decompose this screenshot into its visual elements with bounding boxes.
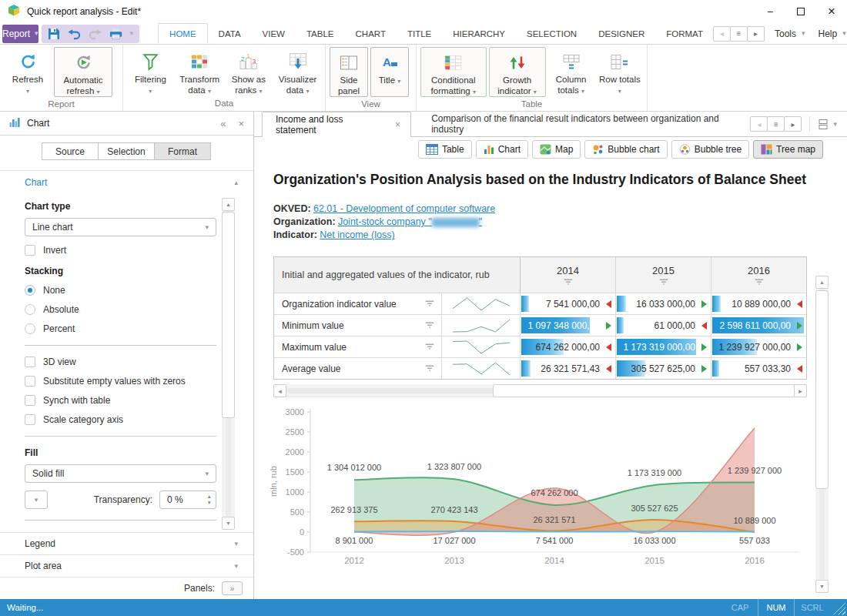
scale-category-axis-checkbox[interactable]: Scale category axis xyxy=(25,414,216,425)
doc-tab-income-and-loss[interactable]: Income and loss statement × xyxy=(262,112,411,137)
transparency-stepper[interactable]: 0 % ▲▼ xyxy=(159,490,216,509)
filter-icon[interactable] xyxy=(425,322,434,329)
svg-text:10 889 000: 10 889 000 xyxy=(733,516,775,525)
show-as-ranks-button[interactable]: 213 Show as ranks ▾ xyxy=(226,47,273,96)
section-header-legend[interactable]: Legend▾ xyxy=(0,532,253,554)
panel-tab-format[interactable]: Format xyxy=(154,142,211,160)
doc-tab-comparison[interactable]: Comparison of the financial result indic… xyxy=(411,112,751,136)
growth-indicator-button[interactable]: Growth indicator ▾ xyxy=(489,47,546,97)
tab-chart[interactable]: CHART xyxy=(345,23,397,44)
tab-title[interactable]: TITLE xyxy=(397,23,442,44)
automatic-refresh-button[interactable]: Automatic refresh ▾ xyxy=(54,47,112,97)
3d-view-checkbox[interactable]: 3D view xyxy=(25,357,216,367)
tools-menu[interactable]: Tools▾ xyxy=(772,28,808,39)
table-header-2015[interactable]: 2015 xyxy=(616,257,711,293)
conditional-formatting-button[interactable]: Conditional formatting ▾ xyxy=(420,47,487,97)
organization-link[interactable]: Joint-stock company "██████████" xyxy=(338,216,482,227)
close-panel-icon[interactable]: × xyxy=(238,118,244,129)
synch-with-table-checkbox[interactable]: Synch with table xyxy=(25,395,216,406)
tab-home[interactable]: HOME xyxy=(158,23,208,44)
section-header-plot-area[interactable]: Plot area▾ xyxy=(0,554,253,577)
tab-nav-right-button[interactable]: ▸ xyxy=(784,116,802,132)
tab-designer[interactable]: DESIGNER xyxy=(588,23,655,44)
scroll-down-button[interactable]: ▼ xyxy=(222,517,235,530)
column-totals-button[interactable]: Column totals ▾ xyxy=(548,47,594,97)
scroll-down-button[interactable]: ▼ xyxy=(815,580,829,593)
refresh-button[interactable]: Refresh▾ xyxy=(4,47,52,97)
document-scrollbar[interactable]: ▲ ▼ xyxy=(815,276,829,593)
table-header-2016[interactable]: 2016 xyxy=(711,257,806,293)
nav-menu-button[interactable]: ≡ xyxy=(730,26,748,42)
scrollbar-thumb[interactable] xyxy=(222,212,235,418)
panel-tab-selection[interactable]: Selection xyxy=(98,142,155,160)
scroll-right-button[interactable]: ▸ xyxy=(794,384,807,397)
print-button[interactable] xyxy=(109,28,122,40)
split-layout-button[interactable]: ▾ xyxy=(818,119,837,130)
report-menu-button[interactable]: Report ▾ xyxy=(2,25,38,43)
tab-table[interactable]: TABLE xyxy=(296,23,345,44)
cell-value: 16 033 000,00 xyxy=(636,299,695,310)
nav-left-button[interactable]: ◂ xyxy=(713,26,731,42)
maximize-button[interactable] xyxy=(785,0,816,23)
tab-view[interactable]: VIEW xyxy=(252,23,296,44)
transform-data-button[interactable]: Transform data ▾ xyxy=(176,47,223,96)
fill-color-dropdown[interactable]: ▾ xyxy=(25,490,48,509)
close-button[interactable]: × xyxy=(816,0,847,23)
side-panel-button[interactable]: Side panel xyxy=(330,47,368,97)
automatic-refresh-icon xyxy=(73,51,94,74)
filter-icon[interactable] xyxy=(425,300,434,307)
tab-nav-left-button[interactable]: ◂ xyxy=(750,116,768,132)
invert-checkbox[interactable]: Invert xyxy=(25,245,216,256)
fill-select[interactable]: Solid fill ▾ xyxy=(25,464,216,483)
title-button[interactable]: A Title ▾ xyxy=(370,47,409,97)
indicator-link[interactable]: Net income (loss) xyxy=(320,229,394,240)
scrollbar-thumb[interactable] xyxy=(493,384,802,397)
minimize-button[interactable]: − xyxy=(755,0,785,23)
stacking-percent-radio[interactable]: Percent xyxy=(25,323,216,334)
section-header-chart[interactable]: Chart ▴ xyxy=(0,170,253,194)
collapse-panel-icon[interactable]: « xyxy=(220,118,226,129)
horizontal-scrollbar[interactable]: ◂ ▸ xyxy=(273,384,807,397)
filtering-button[interactable]: Filtering▾ xyxy=(127,47,174,96)
nav-right-button[interactable]: ▸ xyxy=(747,26,765,42)
chart-type-select[interactable]: Line chart ▾ xyxy=(25,218,216,236)
stacking-none-radio[interactable]: None xyxy=(25,285,216,296)
tab-selection[interactable]: SELECTION xyxy=(516,23,588,44)
save-button[interactable] xyxy=(48,28,60,40)
spin-up-icon[interactable]: ▲ xyxy=(207,494,212,500)
radio-icon xyxy=(25,304,35,315)
scroll-up-button[interactable]: ▲ xyxy=(222,198,235,211)
panels-expand-button[interactable]: » xyxy=(222,581,243,595)
table-header-2014[interactable]: 2014 xyxy=(521,257,616,293)
tab-format[interactable]: FORMAT xyxy=(655,23,714,44)
print-dropdown-icon[interactable]: ▾ xyxy=(130,30,134,37)
view-tree-map-button[interactable]: Tree map xyxy=(753,140,823,159)
help-menu[interactable]: Help▾ xyxy=(815,28,847,39)
tab-nav-menu-button[interactable]: ≡ xyxy=(767,116,785,132)
okved-link[interactable]: 62.01 - Development of computer software xyxy=(313,203,495,214)
stacking-absolute-radio[interactable]: Absolute xyxy=(25,304,216,315)
scrollbar-thumb[interactable] xyxy=(815,290,829,489)
view-bubble-tree-button[interactable]: Bubble tree xyxy=(671,140,749,159)
redo-button[interactable] xyxy=(89,27,102,40)
view-bubble-chart-button[interactable]: Bubble chart xyxy=(584,140,667,159)
tab-data[interactable]: DATA xyxy=(208,23,252,44)
filter-icon[interactable] xyxy=(425,343,434,350)
tab-hierarchy[interactable]: HIERARCHY xyxy=(442,23,516,44)
panel-tab-source[interactable]: Source xyxy=(42,142,99,160)
substitute-zeros-checkbox[interactable]: Substitute empty values with zeros xyxy=(25,376,216,387)
visualizer-data-button[interactable]: Visualizer data ▾ xyxy=(274,47,321,96)
close-tab-icon[interactable]: × xyxy=(395,119,400,130)
scroll-left-button[interactable]: ◂ xyxy=(273,384,286,397)
quick-access-toolbar: ▾ xyxy=(42,25,140,43)
undo-button[interactable] xyxy=(68,27,81,40)
row-totals-button[interactable]: Row totals ▾ xyxy=(597,47,643,97)
filter-icon[interactable] xyxy=(425,365,434,372)
resize-grip[interactable] xyxy=(833,603,845,615)
spin-down-icon[interactable]: ▼ xyxy=(207,500,212,506)
view-chart-button[interactable]: Chart xyxy=(476,140,528,159)
view-map-button[interactable]: Map xyxy=(532,140,581,159)
view-table-button[interactable]: Table xyxy=(418,140,472,159)
scroll-up-button[interactable]: ▲ xyxy=(815,276,829,289)
panel-scrollbar[interactable]: ▲ ▼ xyxy=(222,198,235,530)
